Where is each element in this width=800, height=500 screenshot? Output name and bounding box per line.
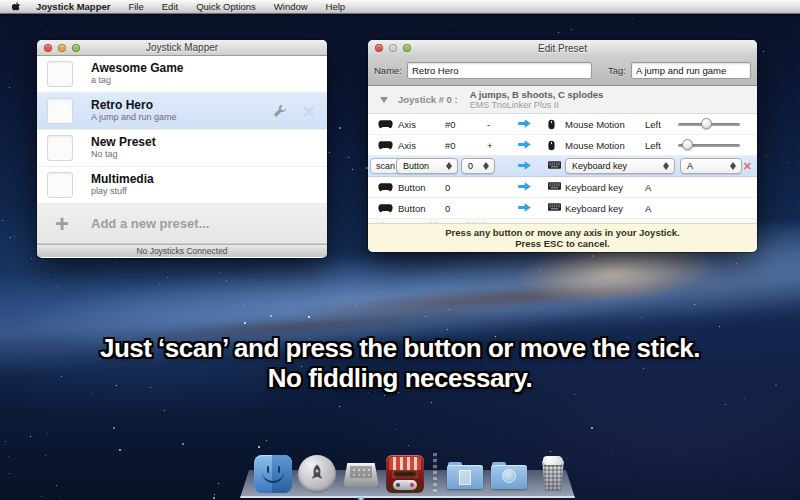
map-arrow-icon bbox=[518, 161, 531, 170]
preset-name: Awesome Game bbox=[91, 62, 184, 75]
gamepad-icon bbox=[378, 140, 393, 150]
tag-label: Tag: bbox=[608, 65, 626, 76]
close-button[interactable] bbox=[44, 44, 52, 52]
apple-icon bbox=[12, 1, 23, 13]
source-type: Axis bbox=[398, 114, 416, 135]
apple-menu[interactable] bbox=[10, 1, 27, 13]
target-type: Keyboard key bbox=[565, 177, 623, 198]
map-arrow-icon bbox=[518, 140, 531, 149]
name-input[interactable] bbox=[407, 62, 592, 79]
map-arrow-icon bbox=[518, 119, 531, 128]
zoom-button[interactable] bbox=[72, 44, 80, 52]
trash-icon[interactable] bbox=[534, 455, 572, 493]
zoom-button[interactable] bbox=[403, 44, 411, 52]
preset-row-retro-hero[interactable]: Retro Hero A jump and run game ✕ bbox=[37, 93, 327, 130]
preset-row-new-preset[interactable]: New Preset No tag bbox=[37, 130, 327, 167]
joystick-section-header[interactable]: Joystick # 0 : A jumps, B shoots, C splo… bbox=[368, 86, 757, 114]
preset-thumbnail bbox=[47, 172, 73, 198]
preset-row-multimedia[interactable]: Multimedia play stuff bbox=[37, 167, 327, 204]
source-type-dropdown[interactable]: Button bbox=[396, 158, 458, 174]
preset-row-awesome-game[interactable]: Awesome Game a tag bbox=[37, 56, 327, 93]
add-preset-row[interactable]: + Add a new preset... bbox=[37, 204, 327, 244]
target-type: Mouse Motion bbox=[565, 114, 625, 135]
launchpad-icon[interactable] bbox=[298, 455, 336, 493]
menu-item-edit[interactable]: Edit bbox=[153, 0, 187, 14]
binding-row[interactable]: Button 0 Keyboard key A bbox=[368, 177, 757, 198]
disclosure-triangle-icon[interactable] bbox=[380, 97, 388, 103]
mouse-icon bbox=[548, 119, 555, 130]
axis-direction: - bbox=[487, 114, 490, 135]
finder-icon[interactable] bbox=[254, 455, 292, 493]
preset-tag: A jump and run game bbox=[91, 112, 177, 123]
menu-item-window[interactable]: Window bbox=[265, 0, 317, 14]
keyboard-icon bbox=[548, 203, 561, 211]
marketing-caption: Just ‘scan’ and press the button or move… bbox=[0, 333, 800, 393]
target-key-dropdown[interactable]: A bbox=[680, 158, 742, 174]
preset-name: New Preset bbox=[91, 136, 156, 149]
caption-line1: Just ‘scan’ and press the button or move… bbox=[0, 333, 800, 363]
menu-item-file[interactable]: File bbox=[119, 0, 152, 14]
remove-binding-icon[interactable]: ✕ bbox=[743, 160, 752, 173]
preset-tag: play stuff bbox=[91, 186, 154, 197]
dock bbox=[240, 450, 575, 500]
add-preset-label: Add a new preset... bbox=[91, 216, 209, 231]
edit-preset-window: Edit Preset Name: Tag: Joystick # 0 : A … bbox=[368, 40, 757, 252]
source-id-dropdown[interactable]: 0 bbox=[461, 158, 495, 174]
gamepad-icon bbox=[378, 119, 393, 129]
preset-name: Multimedia bbox=[91, 173, 154, 186]
slider-thumb[interactable] bbox=[701, 118, 712, 129]
preset-tag: a tag bbox=[91, 75, 184, 86]
delete-preset-icon[interactable]: ✕ bbox=[302, 104, 315, 119]
wrench-icon[interactable] bbox=[271, 103, 288, 120]
tag-input[interactable] bbox=[631, 62, 751, 79]
minimize-button[interactable] bbox=[58, 44, 66, 52]
documents-folder-icon[interactable] bbox=[446, 455, 484, 493]
status-text: No Joysticks Connected bbox=[136, 246, 227, 256]
menu-item-help[interactable]: Help bbox=[317, 0, 355, 14]
desktop: Joystick Mapper File Edit Quick Options … bbox=[0, 0, 800, 500]
name-label: Name: bbox=[374, 65, 402, 76]
edit-toolbar: Name: Tag: bbox=[368, 56, 757, 86]
preset-name: Retro Hero bbox=[91, 99, 177, 112]
scan-instruction-line1: Press any button or move any axis in you… bbox=[445, 227, 679, 239]
sensitivity-slider[interactable] bbox=[678, 114, 740, 135]
target-value: Left bbox=[645, 114, 661, 135]
sensitivity-slider[interactable] bbox=[678, 135, 740, 156]
preset-thumbnail bbox=[47, 98, 73, 124]
gamepad-icon bbox=[378, 203, 393, 213]
menu-item-app[interactable]: Joystick Mapper bbox=[27, 0, 119, 14]
caption-line2: No fiddling necessary. bbox=[0, 363, 800, 393]
minimize-button[interactable] bbox=[389, 44, 397, 52]
preset-thumbnail bbox=[47, 61, 73, 87]
binding-row[interactable]: Button 0 Keyboard key A bbox=[368, 198, 757, 219]
downloads-folder-icon[interactable] bbox=[490, 455, 528, 493]
target-type: Mouse Motion bbox=[565, 135, 625, 156]
source-type: Button bbox=[398, 177, 425, 198]
plus-icon: + bbox=[49, 212, 75, 236]
source-id: #0 bbox=[445, 135, 456, 156]
scan-instruction-line2: Press ESC to cancel. bbox=[515, 238, 610, 250]
source-type: Button bbox=[398, 198, 425, 219]
mouse-icon bbox=[548, 140, 555, 151]
binding-row[interactable]: Axis #0 + Mouse Motion Left bbox=[368, 135, 757, 156]
target-type-dropdown[interactable]: Keyboard key bbox=[565, 158, 675, 174]
map-arrow-icon bbox=[518, 182, 531, 191]
menu-item-quick-options[interactable]: Quick Options bbox=[187, 0, 265, 14]
window-title-bar[interactable]: Edit Preset bbox=[368, 40, 757, 56]
joystick-device-name: EMS TrioLinker Plus II bbox=[470, 100, 604, 111]
close-button[interactable] bbox=[375, 44, 383, 52]
window-title-bar[interactable]: Joystick Mapper bbox=[37, 40, 327, 56]
binding-row[interactable]: Axis #0 - Mouse Motion Left bbox=[368, 114, 757, 135]
joystick-mapper-icon[interactable] bbox=[386, 455, 424, 493]
status-bar: No Joysticks Connected bbox=[37, 244, 327, 257]
gamepad-icon bbox=[378, 182, 393, 192]
joystick-summary: A jumps, B shoots, C splodes bbox=[470, 89, 604, 100]
target-value: A bbox=[645, 177, 651, 198]
source-id: 0 bbox=[445, 177, 450, 198]
axis-direction: + bbox=[487, 135, 493, 156]
preset-thumbnail bbox=[47, 135, 73, 161]
slider-thumb[interactable] bbox=[682, 139, 693, 150]
keyboard-app-icon[interactable] bbox=[342, 455, 380, 493]
binding-row-editing[interactable]: scan Button 0 Keyboard key A ✕ bbox=[368, 156, 757, 177]
window-title: Joystick Mapper bbox=[146, 42, 218, 53]
